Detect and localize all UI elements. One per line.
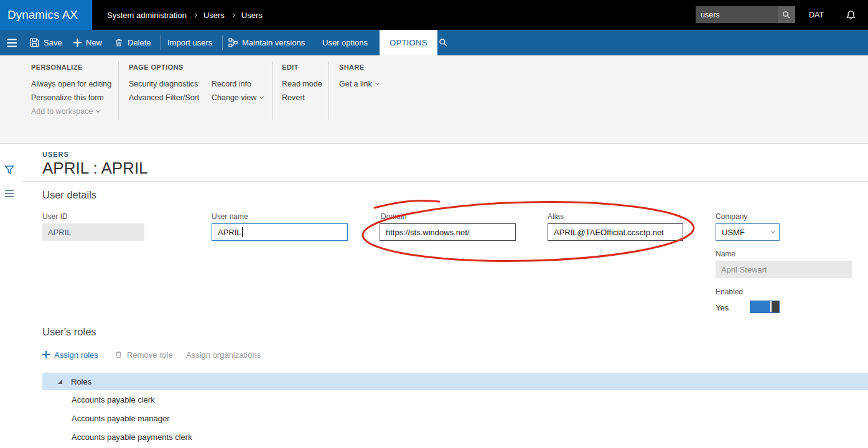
- assign-organizations-button[interactable]: Assign organizations: [186, 348, 261, 361]
- always-open-for-editing-button[interactable]: Always open for editing: [31, 79, 111, 89]
- hamburger-icon: [7, 39, 17, 47]
- search-icon: [439, 38, 448, 47]
- list-icon: [4, 189, 14, 198]
- user-id-label: User ID: [42, 212, 68, 221]
- open-list-pane-button[interactable]: [4, 189, 14, 198]
- chevron-down-icon: [96, 108, 100, 112]
- top-navigation-bar: Dynamics AX System administration Users …: [0, 0, 868, 30]
- user-name-label: User name: [212, 212, 248, 221]
- domain-input[interactable]: https://sts.windows.net/: [380, 223, 516, 241]
- page-title: APRIL : APRIL: [42, 159, 148, 178]
- import-users-button[interactable]: Import users: [167, 30, 212, 55]
- page-caption: USERS: [42, 151, 69, 158]
- roles-group-header-label: Roles: [71, 377, 91, 386]
- toolbar-divider: [161, 35, 161, 50]
- name-label: Name: [716, 250, 735, 258]
- assign-roles-button[interactable]: Assign roles: [42, 348, 98, 361]
- breadcrumb-separator-icon: [231, 12, 235, 17]
- roles-group-header[interactable]: Roles: [42, 373, 868, 390]
- change-view-button[interactable]: Change view: [212, 93, 263, 103]
- new-label: New: [86, 38, 102, 47]
- user-name-value: APRIL: [218, 228, 241, 237]
- user-options-button[interactable]: User options: [322, 30, 368, 55]
- group-title-share: SHARE: [339, 63, 365, 71]
- toolbar-search-button[interactable]: [434, 30, 452, 55]
- save-label: Save: [44, 38, 62, 47]
- versions-icon: [228, 38, 238, 47]
- ribbon-divider: [272, 62, 273, 120]
- global-search-input[interactable]: [696, 6, 778, 23]
- filter-pane-button[interactable]: [4, 165, 14, 175]
- personalize-this-form-label: Personalize this form: [31, 93, 104, 102]
- breadcrumb-users[interactable]: Users: [203, 11, 225, 20]
- dynamics-ax-app: Dynamics AX System administration Users …: [0, 0, 868, 448]
- chevron-down-icon: [375, 80, 380, 85]
- options-ribbon: PERSONALIZE Always open for editing Pers…: [0, 55, 868, 144]
- maintain-versions-button[interactable]: Maintain versions: [228, 30, 305, 55]
- save-icon: [30, 38, 39, 47]
- plus-icon: [42, 351, 50, 358]
- plus-icon: [73, 39, 82, 47]
- advanced-filter-sort-label: Advanced Filter/Sort: [129, 93, 199, 102]
- company-label: Company: [716, 212, 747, 221]
- header-divider: [22, 181, 868, 182]
- breadcrumb-users-page[interactable]: Users: [241, 11, 263, 20]
- role-row-2[interactable]: Accounts payable manager: [42, 409, 868, 427]
- save-button[interactable]: Save: [30, 30, 62, 55]
- role-row-3[interactable]: Accounts payable payments clerk: [42, 427, 868, 446]
- text-cursor: [242, 227, 243, 237]
- funnel-icon: [4, 165, 14, 175]
- change-view-label: Change view: [212, 93, 256, 102]
- revert-button[interactable]: Revert: [282, 93, 305, 103]
- ribbon-divider: [328, 62, 329, 120]
- user-options-label: User options: [322, 38, 368, 47]
- revert-label: Revert: [282, 93, 305, 102]
- command-toolbar: Save New Delete Import users: [0, 30, 868, 55]
- tab-options[interactable]: OPTIONS: [380, 30, 437, 55]
- remove-role-button[interactable]: Remove role: [114, 348, 173, 361]
- delete-button[interactable]: Delete: [114, 30, 151, 55]
- group-title-personalize: PERSONALIZE: [31, 63, 83, 71]
- company-select[interactable]: USMF: [716, 223, 780, 241]
- company-value: USMF: [722, 228, 745, 237]
- user-name-input[interactable]: APRIL: [212, 223, 348, 241]
- advanced-filter-sort-button[interactable]: Advanced Filter/Sort: [129, 93, 199, 103]
- add-to-workspace-button[interactable]: Add to workspace: [31, 106, 100, 116]
- enabled-label: Enabled: [716, 287, 743, 296]
- user-id-field: APRIL: [42, 223, 144, 241]
- breadcrumb-system-administration[interactable]: System administration: [107, 11, 187, 20]
- alias-value: APRIL@TAEOfficial.ccsctp.net: [554, 228, 664, 237]
- search-icon[interactable]: [778, 6, 795, 23]
- chevron-down-icon: [259, 94, 264, 98]
- notifications-button[interactable]: [840, 0, 861, 30]
- app-logo[interactable]: Dynamics AX: [0, 0, 92, 30]
- trash-icon: [114, 350, 123, 359]
- role-name: Accounts payable clerk: [72, 395, 155, 404]
- account-menu[interactable]: DAT: [809, 0, 824, 30]
- section-title-user-roles[interactable]: User's roles: [42, 326, 96, 338]
- import-users-label: Import users: [167, 38, 212, 47]
- maintain-versions-label: Maintain versions: [242, 38, 305, 47]
- name-value: April Stewart: [721, 265, 767, 274]
- role-row-1[interactable]: Accounts payable clerk: [42, 390, 868, 409]
- chevron-down-icon: [771, 228, 775, 233]
- hamburger-menu-button[interactable]: [0, 30, 24, 55]
- role-name: Accounts payable payments clerk: [72, 432, 192, 442]
- security-diagnostics-button[interactable]: Security diagnostics: [129, 79, 198, 89]
- enabled-toggle[interactable]: [750, 301, 780, 313]
- get-a-link-button[interactable]: Get a link: [339, 79, 379, 89]
- bell-icon: [846, 10, 856, 21]
- user-id-value: APRIL: [48, 228, 72, 237]
- personalize-this-form-button[interactable]: Personalize this form: [31, 93, 104, 103]
- record-info-label: Record info: [212, 80, 251, 88]
- breadcrumb: System administration Users Users: [107, 0, 263, 30]
- new-button[interactable]: New: [73, 30, 102, 55]
- toolbar-divider: [222, 35, 223, 50]
- alias-input[interactable]: APRIL@TAEOfficial.ccsctp.net: [548, 223, 683, 241]
- read-mode-button[interactable]: Read mode: [282, 79, 322, 89]
- collapse-triangle-icon: [57, 379, 63, 385]
- role-name: Accounts payable manager: [72, 414, 170, 423]
- section-title-user-details[interactable]: User details: [42, 189, 96, 201]
- record-info-button[interactable]: Record info: [212, 79, 251, 89]
- global-search-box: [696, 6, 795, 23]
